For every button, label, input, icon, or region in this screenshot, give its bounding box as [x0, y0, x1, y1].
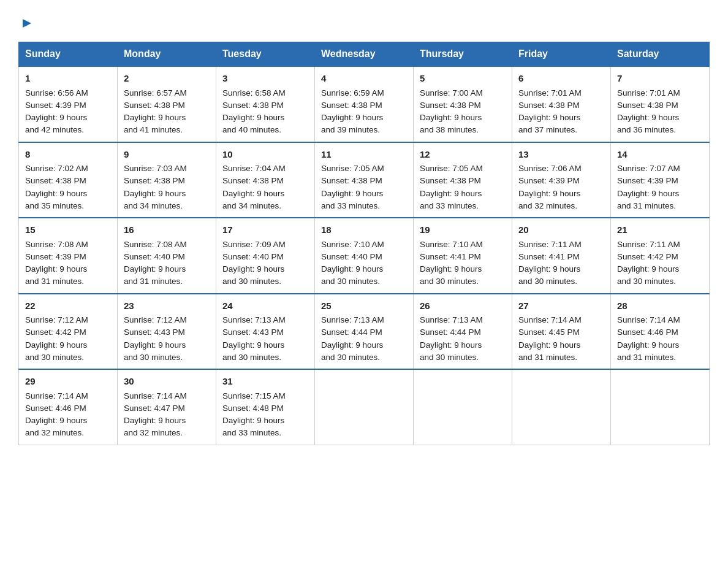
day-of-week-header: Friday: [512, 42, 611, 67]
day-info: Sunrise: 7:05 AMSunset: 4:38 PMDaylight:…: [321, 163, 407, 212]
day-number: 30: [124, 375, 210, 389]
day-info: Sunrise: 7:14 AMSunset: 4:47 PMDaylight:…: [124, 390, 210, 440]
day-number: 9: [124, 148, 210, 162]
day-number: 28: [617, 299, 703, 313]
calendar-cell: 31Sunrise: 7:15 AMSunset: 4:48 PMDayligh…: [216, 369, 315, 445]
day-number: 26: [420, 299, 506, 313]
day-number: 4: [321, 72, 407, 86]
day-info: Sunrise: 7:12 AMSunset: 4:42 PMDaylight:…: [25, 314, 111, 364]
day-number: 18: [321, 223, 407, 237]
day-of-week-header: Tuesday: [216, 42, 315, 67]
day-number: 10: [222, 148, 308, 162]
day-header-row: SundayMondayTuesdayWednesdayThursdayFrid…: [19, 42, 710, 67]
calendar-week-row: 8Sunrise: 7:02 AMSunset: 4:38 PMDaylight…: [19, 142, 710, 218]
day-info: Sunrise: 7:01 AMSunset: 4:38 PMDaylight:…: [518, 87, 604, 137]
day-info: Sunrise: 7:05 AMSunset: 4:38 PMDaylight:…: [420, 163, 506, 212]
calendar-cell: 15Sunrise: 7:08 AMSunset: 4:39 PMDayligh…: [19, 218, 118, 294]
day-info: Sunrise: 7:04 AMSunset: 4:38 PMDaylight:…: [222, 163, 308, 212]
calendar-cell: [512, 369, 611, 445]
day-info: Sunrise: 7:10 AMSunset: 4:40 PMDaylight:…: [321, 239, 407, 288]
calendar-cell: 29Sunrise: 7:14 AMSunset: 4:46 PMDayligh…: [19, 369, 118, 445]
day-number: 13: [518, 148, 604, 162]
calendar-cell: 18Sunrise: 7:10 AMSunset: 4:40 PMDayligh…: [315, 218, 414, 294]
calendar-week-row: 1Sunrise: 6:56 AMSunset: 4:39 PMDaylight…: [19, 66, 710, 142]
day-of-week-header: Sunday: [19, 42, 118, 67]
day-number: 16: [124, 223, 210, 237]
calendar-cell: 14Sunrise: 7:07 AMSunset: 4:39 PMDayligh…: [611, 142, 710, 218]
day-info: Sunrise: 7:13 AMSunset: 4:44 PMDaylight:…: [420, 314, 506, 364]
calendar-cell: 4Sunrise: 6:59 AMSunset: 4:38 PMDaylight…: [315, 66, 414, 142]
calendar-cell: 27Sunrise: 7:14 AMSunset: 4:45 PMDayligh…: [512, 294, 611, 370]
day-info: Sunrise: 7:08 AMSunset: 4:40 PMDaylight:…: [124, 239, 210, 288]
calendar-cell: 24Sunrise: 7:13 AMSunset: 4:43 PMDayligh…: [216, 294, 315, 370]
day-number: 12: [420, 148, 506, 162]
day-number: 23: [124, 299, 210, 313]
day-number: 2: [124, 72, 210, 86]
calendar-cell: 12Sunrise: 7:05 AMSunset: 4:38 PMDayligh…: [414, 142, 512, 218]
day-of-week-header: Wednesday: [315, 42, 414, 67]
day-number: 3: [222, 72, 308, 86]
calendar-cell: 20Sunrise: 7:11 AMSunset: 4:41 PMDayligh…: [512, 218, 611, 294]
day-info: Sunrise: 7:14 AMSunset: 4:46 PMDaylight:…: [617, 314, 703, 364]
day-number: 19: [420, 223, 506, 237]
day-of-week-header: Saturday: [611, 42, 710, 67]
day-info: Sunrise: 7:02 AMSunset: 4:38 PMDaylight:…: [25, 163, 111, 212]
day-info: Sunrise: 7:14 AMSunset: 4:45 PMDaylight:…: [518, 314, 604, 364]
day-info: Sunrise: 6:56 AMSunset: 4:39 PMDaylight:…: [25, 87, 111, 137]
day-number: 25: [321, 299, 407, 313]
svg-marker-0: [23, 19, 31, 28]
calendar-cell: 11Sunrise: 7:05 AMSunset: 4:38 PMDayligh…: [315, 142, 414, 218]
calendar-cell: 26Sunrise: 7:13 AMSunset: 4:44 PMDayligh…: [414, 294, 512, 370]
calendar-cell: 9Sunrise: 7:03 AMSunset: 4:38 PMDaylight…: [118, 142, 216, 218]
calendar-week-row: 22Sunrise: 7:12 AMSunset: 4:42 PMDayligh…: [19, 294, 710, 370]
calendar-cell: 21Sunrise: 7:11 AMSunset: 4:42 PMDayligh…: [611, 218, 710, 294]
day-of-week-header: Monday: [118, 42, 216, 67]
day-number: 15: [25, 223, 111, 237]
calendar-cell: 1Sunrise: 6:56 AMSunset: 4:39 PMDaylight…: [19, 66, 118, 142]
day-info: Sunrise: 7:14 AMSunset: 4:46 PMDaylight:…: [25, 390, 111, 440]
day-number: 27: [518, 299, 604, 313]
day-info: Sunrise: 6:59 AMSunset: 4:38 PMDaylight:…: [321, 87, 407, 137]
calendar-cell: 17Sunrise: 7:09 AMSunset: 4:40 PMDayligh…: [216, 218, 315, 294]
day-number: 21: [617, 223, 703, 237]
calendar-cell: 30Sunrise: 7:14 AMSunset: 4:47 PMDayligh…: [118, 369, 216, 445]
calendar-cell: 25Sunrise: 7:13 AMSunset: 4:44 PMDayligh…: [315, 294, 414, 370]
day-info: Sunrise: 7:01 AMSunset: 4:38 PMDaylight:…: [617, 87, 703, 137]
calendar-body: 1Sunrise: 6:56 AMSunset: 4:39 PMDaylight…: [19, 66, 710, 445]
calendar-cell: 16Sunrise: 7:08 AMSunset: 4:40 PMDayligh…: [118, 218, 216, 294]
logo-arrow-icon: [18, 12, 34, 32]
calendar-cell: [315, 369, 414, 445]
day-number: 5: [420, 72, 506, 86]
calendar-cell: 13Sunrise: 7:06 AMSunset: 4:39 PMDayligh…: [512, 142, 611, 218]
day-info: Sunrise: 7:11 AMSunset: 4:41 PMDaylight:…: [518, 239, 604, 288]
day-info: Sunrise: 7:07 AMSunset: 4:39 PMDaylight:…: [617, 163, 703, 212]
day-of-week-header: Thursday: [414, 42, 512, 67]
day-info: Sunrise: 7:09 AMSunset: 4:40 PMDaylight:…: [222, 239, 308, 288]
logo-general-row: [18, 12, 34, 32]
calendar-cell: 5Sunrise: 7:00 AMSunset: 4:38 PMDaylight…: [414, 66, 512, 142]
calendar-cell: 2Sunrise: 6:57 AMSunset: 4:38 PMDaylight…: [118, 66, 216, 142]
page-header: [18, 12, 710, 29]
day-info: Sunrise: 7:03 AMSunset: 4:38 PMDaylight:…: [124, 163, 210, 212]
calendar-cell: 10Sunrise: 7:04 AMSunset: 4:38 PMDayligh…: [216, 142, 315, 218]
day-info: Sunrise: 7:15 AMSunset: 4:48 PMDaylight:…: [222, 390, 308, 440]
day-info: Sunrise: 7:06 AMSunset: 4:39 PMDaylight:…: [518, 163, 604, 212]
day-info: Sunrise: 6:57 AMSunset: 4:38 PMDaylight:…: [124, 87, 210, 137]
calendar-cell: 23Sunrise: 7:12 AMSunset: 4:43 PMDayligh…: [118, 294, 216, 370]
day-number: 6: [518, 72, 604, 86]
day-number: 31: [222, 375, 308, 389]
day-number: 11: [321, 148, 407, 162]
calendar-cell: 7Sunrise: 7:01 AMSunset: 4:38 PMDaylight…: [611, 66, 710, 142]
day-info: Sunrise: 6:58 AMSunset: 4:38 PMDaylight:…: [222, 87, 308, 137]
day-number: 24: [222, 299, 308, 313]
day-info: Sunrise: 7:10 AMSunset: 4:41 PMDaylight:…: [420, 239, 506, 288]
day-info: Sunrise: 7:11 AMSunset: 4:42 PMDaylight:…: [617, 239, 703, 288]
day-number: 20: [518, 223, 604, 237]
calendar-cell: 28Sunrise: 7:14 AMSunset: 4:46 PMDayligh…: [611, 294, 710, 370]
calendar-cell: 19Sunrise: 7:10 AMSunset: 4:41 PMDayligh…: [414, 218, 512, 294]
calendar-cell: 22Sunrise: 7:12 AMSunset: 4:42 PMDayligh…: [19, 294, 118, 370]
calendar-table: SundayMondayTuesdayWednesdayThursdayFrid…: [18, 42, 710, 445]
day-number: 29: [25, 375, 111, 389]
calendar-cell: 6Sunrise: 7:01 AMSunset: 4:38 PMDaylight…: [512, 66, 611, 142]
day-info: Sunrise: 7:00 AMSunset: 4:38 PMDaylight:…: [420, 87, 506, 137]
